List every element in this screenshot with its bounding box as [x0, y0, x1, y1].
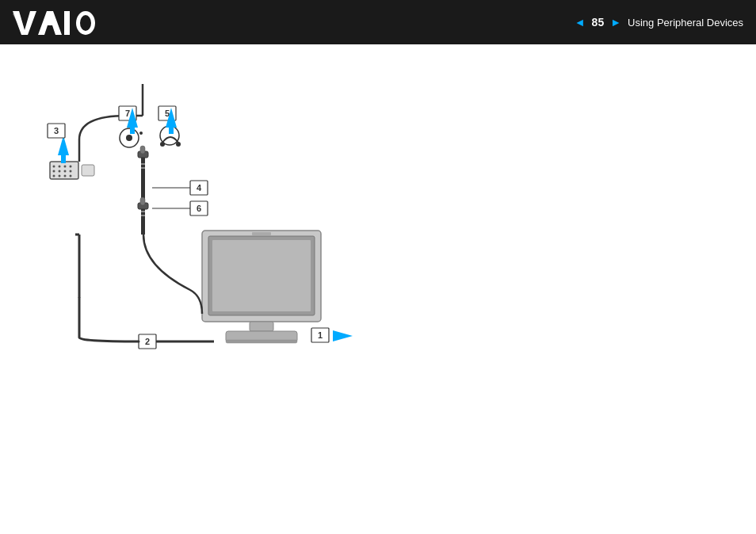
svg-point-20	[53, 166, 55, 168]
svg-rect-57	[140, 197, 145, 205]
svg-point-43	[139, 132, 143, 135]
header-bar: ◄ 85 ► Using Peripheral Devices	[0, 0, 756, 44]
svg-rect-59	[141, 215, 145, 216]
svg-point-5	[80, 15, 91, 31]
prev-arrow[interactable]: ◄	[575, 16, 586, 29]
svg-point-30	[64, 175, 67, 177]
svg-rect-54	[141, 163, 145, 165]
svg-text:4: 4	[197, 183, 202, 193]
svg-point-22	[64, 166, 67, 168]
svg-rect-13	[226, 340, 297, 343]
svg-text:7: 7	[125, 109, 130, 118]
svg-point-21	[59, 166, 61, 168]
svg-point-24	[53, 170, 55, 173]
diagram-svg: 1 2	[0, 44, 491, 534]
svg-rect-58	[141, 211, 145, 212]
svg-rect-2	[48, 21, 55, 24]
nav-arrows: ◄	[575, 16, 586, 29]
vaio-logo	[13, 8, 100, 36]
svg-rect-10	[250, 322, 273, 331]
svg-point-29	[59, 175, 61, 177]
svg-text:2: 2	[145, 337, 150, 346]
svg-point-31	[70, 175, 72, 177]
next-arrow[interactable]: ►	[610, 16, 621, 29]
header-right: ◄ 85 ► Using Peripheral Devices	[575, 15, 743, 29]
svg-rect-50	[169, 128, 174, 134]
svg-rect-53	[140, 146, 145, 154]
svg-rect-34	[61, 155, 66, 163]
vaio-logo-svg	[13, 8, 100, 36]
nav-arrows-right: ►	[610, 15, 621, 29]
svg-rect-3	[64, 11, 70, 35]
svg-point-26	[64, 170, 67, 173]
svg-point-23	[70, 166, 72, 168]
main-content: 1 2	[0, 44, 756, 534]
svg-marker-33	[58, 135, 69, 155]
svg-rect-12	[252, 232, 271, 235]
page-title: Using Peripheral Devices	[628, 17, 743, 29]
svg-marker-6	[13, 11, 25, 33]
svg-text:1: 1	[318, 330, 323, 340]
svg-point-27	[70, 170, 72, 173]
svg-point-25	[59, 170, 61, 173]
svg-rect-32	[82, 165, 94, 176]
svg-text:6: 6	[197, 204, 201, 213]
svg-point-42	[126, 135, 132, 141]
page-number: 85	[592, 16, 605, 29]
svg-rect-55	[141, 167, 145, 169]
svg-rect-48	[130, 128, 135, 134]
svg-marker-16	[333, 330, 353, 341]
svg-rect-9	[212, 240, 311, 311]
svg-text:3: 3	[54, 126, 59, 135]
svg-point-28	[53, 175, 55, 177]
